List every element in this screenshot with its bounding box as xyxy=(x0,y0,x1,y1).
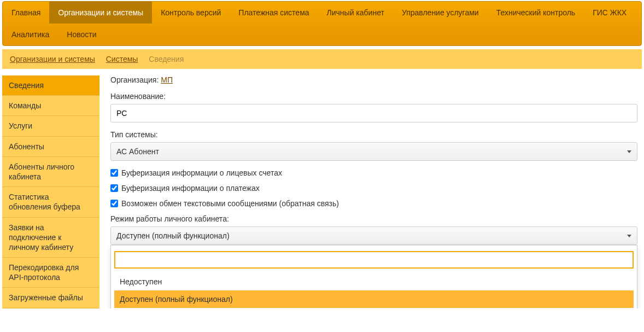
top-nav: Главная Организации и системы Контроль в… xyxy=(2,1,642,46)
org-label: Организация: xyxy=(110,75,159,84)
mode-option-unavailable[interactable]: Недоступен xyxy=(114,273,634,290)
nav-home[interactable]: Главная xyxy=(3,2,49,24)
mode-value: Доступен (полный функционал) xyxy=(116,231,230,240)
sidebar-item-commands[interactable]: Команды xyxy=(2,96,99,116)
chk-text-exchange[interactable] xyxy=(110,200,118,207)
sidebar-item-info[interactable]: Сведения xyxy=(2,75,99,96)
nav-gis-zhkh[interactable]: ГИС ЖКХ xyxy=(584,2,635,24)
nav-orgs-systems[interactable]: Организации и системы xyxy=(49,2,152,24)
nav-news[interactable]: Новости xyxy=(58,24,105,45)
sidebar-item-subscribers[interactable]: Абоненты xyxy=(2,137,99,157)
breadcrumb-systems[interactable]: Системы xyxy=(106,55,138,63)
chk-buffer-accounts-label: Буферизация информации о лицевых счетах xyxy=(121,168,282,177)
sidebar-item-api-recoding[interactable]: Перекодировка для API-протокола xyxy=(2,258,99,288)
nav-analytics[interactable]: Аналитика xyxy=(3,24,58,45)
mode-label: Режим работы личного кабинета: xyxy=(110,214,637,223)
mode-option-restricted[interactable]: Доступен (без расширенного доступа) xyxy=(114,308,634,308)
type-label: Тип системы: xyxy=(110,130,637,139)
sidebar-item-cabinet-subscribers[interactable]: Абоненты личного кабинета xyxy=(2,157,99,187)
breadcrumb-current: Сведения xyxy=(149,55,184,63)
content: Организация: МП Наименование: Тип систем… xyxy=(110,75,642,308)
sidebar-item-connection-requests[interactable]: Заявки на подключение к личному кабинету xyxy=(2,218,99,258)
sidebar-item-services[interactable]: Услуги xyxy=(2,116,99,136)
system-type-value: АС Абонент xyxy=(116,147,159,156)
nav-personal-cabinet[interactable]: Личный кабинет xyxy=(318,2,393,24)
chk-buffer-payments[interactable] xyxy=(110,184,118,192)
org-link[interactable]: МП xyxy=(161,75,173,84)
breadcrumb: Организации и системы Системы Сведения xyxy=(2,49,642,69)
nav-tech-control[interactable]: Технический контроль xyxy=(488,2,584,24)
chevron-down-icon xyxy=(627,150,631,153)
sidebar-item-buffer-stats[interactable]: Статистика обновления буфера xyxy=(2,187,99,217)
mode-dropdown-panel: Недоступен Доступен (полный функционал) … xyxy=(110,245,637,308)
sidebar: Сведения Команды Услуги Абоненты Абонент… xyxy=(2,75,99,308)
chk-buffer-accounts[interactable] xyxy=(110,169,118,177)
chk-text-exchange-label: Возможен обмен текстовыми сообщениями (о… xyxy=(121,199,339,208)
nav-payment-system[interactable]: Платежная система xyxy=(230,2,318,24)
system-type-select[interactable]: АС Абонент xyxy=(110,142,637,161)
nav-service-management[interactable]: Управление услугами xyxy=(393,2,488,24)
chk-buffer-payments-label: Буферизация информации о платежах xyxy=(121,184,260,193)
mode-search-input[interactable] xyxy=(114,251,634,269)
mode-select[interactable]: Доступен (полный функционал) xyxy=(110,226,637,245)
breadcrumb-orgs[interactable]: Организации и системы xyxy=(10,55,95,63)
sidebar-item-uploaded-files[interactable]: Загруженные файлы xyxy=(2,288,99,308)
name-label: Наименование: xyxy=(110,92,637,101)
chevron-down-icon xyxy=(627,235,631,237)
mode-option-full[interactable]: Доступен (полный функционал) xyxy=(114,290,634,308)
nav-version-control[interactable]: Контроль версий xyxy=(152,2,230,24)
name-input[interactable] xyxy=(110,104,637,123)
